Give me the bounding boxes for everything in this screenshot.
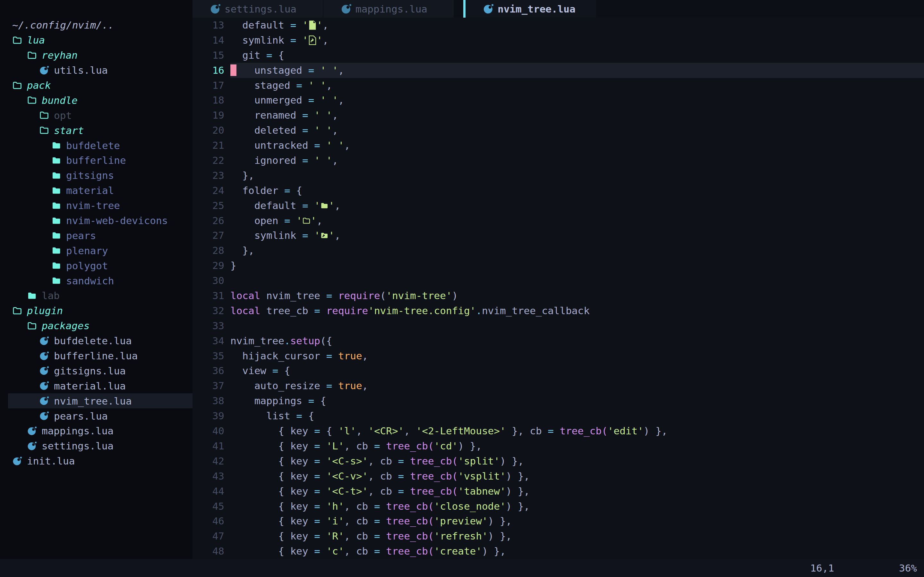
- code-line-42[interactable]: 42 { key = '<C-s>', cb = tree_cb('split'…: [192, 454, 924, 469]
- tree-item-plugin[interactable]: plugin: [0, 303, 192, 318]
- code-line-47[interactable]: 47 { key = 'R', cb = tree_cb('refresh') …: [192, 529, 924, 544]
- code-line-27[interactable]: 27 symlink = '',: [192, 228, 924, 243]
- tree-item-label: pack: [27, 79, 51, 91]
- tree-item-init-lua[interactable]: init.lua: [0, 454, 192, 469]
- tree-item-start[interactable]: start: [0, 123, 192, 138]
- code-line-15[interactable]: 15 git = {: [192, 48, 924, 63]
- editor-buffer[interactable]: 13 default = '',14 symlink = '',15 git =…: [192, 18, 924, 559]
- line-number: 40: [192, 424, 230, 438]
- code-line-30[interactable]: 30: [192, 273, 924, 288]
- tree-item-pears-lua[interactable]: pears.lua: [0, 408, 192, 424]
- code-line-28[interactable]: 28 },: [192, 243, 924, 258]
- tab-mappings-lua[interactable]: mappings.lua: [323, 0, 454, 18]
- tree-item-nvim-tree[interactable]: nvim-tree: [0, 198, 192, 213]
- code-token: 'edit': [607, 425, 644, 437]
- tree-item-gitsigns[interactable]: gitsigns: [0, 168, 192, 183]
- code-line-26[interactable]: 26 open = '',: [192, 213, 924, 228]
- code-token: =: [374, 545, 386, 557]
- tree-item-lua[interactable]: lua: [0, 33, 192, 48]
- tab-nvim_tree-lua[interactable]: nvim_tree.lua: [463, 0, 596, 18]
- tree-item-material-lua[interactable]: material.lua: [0, 378, 192, 393]
- line-text: list = {: [230, 408, 924, 424]
- code-line-44[interactable]: 44 { key = '<C-t>', cb = tree_cb('tabnew…: [192, 484, 924, 499]
- code-line-46[interactable]: 46 { key = 'i', cb = tree_cb('preview') …: [192, 514, 924, 529]
- tree-item-bufdelete-lua[interactable]: bufdelete.lua: [0, 334, 192, 348]
- code-line-19[interactable]: 19 renamed = ' ',: [192, 108, 924, 123]
- code-line-31[interactable]: 31local nvim_tree = require('nvim-tree'): [192, 288, 924, 303]
- code-line-41[interactable]: 41 { key = 'L', cb = tree_cb('cd') },: [192, 438, 924, 454]
- tree-item-label: bufdelete: [66, 140, 120, 151]
- line-text: git = {: [230, 48, 924, 63]
- tree-item-utils-lua[interactable]: utils.lua: [0, 63, 192, 78]
- tree-item-sandwich[interactable]: sandwich: [0, 273, 192, 288]
- code-token: ': [314, 200, 320, 211]
- code-line-22[interactable]: 22 ignored = ' ',: [192, 153, 924, 168]
- code-line-34[interactable]: 34nvim_tree.setup({: [192, 334, 924, 348]
- code-line-18[interactable]: 18 unmerged = ' ',: [192, 93, 924, 108]
- tree-item-gitsigns-lua[interactable]: gitsigns.lua: [0, 363, 192, 378]
- code-line-20[interactable]: 20 deleted = ' ',: [192, 123, 924, 138]
- tree-item-mappings-lua[interactable]: mappings.lua: [0, 424, 192, 438]
- code-token: =: [314, 305, 326, 316]
- tree-item-label: nvim_tree.lua: [54, 395, 132, 407]
- line-text: auto_resize = true,: [230, 378, 924, 393]
- line-number: 27: [192, 228, 230, 243]
- code-line-32[interactable]: 32local tree_cb = require'nvim-tree.conf…: [192, 303, 924, 318]
- code-line-33[interactable]: 33: [192, 318, 924, 334]
- code-line-36[interactable]: 36 view = {: [192, 363, 924, 378]
- code-token: 'i': [326, 515, 344, 527]
- code-line-21[interactable]: 21 untracked = ' ',: [192, 138, 924, 153]
- line-number: 46: [192, 514, 230, 529]
- tree-item-plenary[interactable]: plenary: [0, 243, 192, 258]
- tree-item-bundle[interactable]: bundle: [0, 93, 192, 108]
- code-token: (: [380, 290, 386, 301]
- line-number: 41: [192, 438, 230, 454]
- tree-item-label: mappings.lua: [42, 425, 113, 437]
- code-line-35[interactable]: 35 hijack_cursor = true,: [192, 348, 924, 364]
- code-line-39[interactable]: 39 list = {: [192, 408, 924, 424]
- code-line-29[interactable]: 29}: [192, 258, 924, 273]
- code-line-38[interactable]: 38 mappings = {: [192, 393, 924, 408]
- code-line-13[interactable]: 13 default = '',: [192, 18, 924, 33]
- tree-item-pack[interactable]: pack: [0, 78, 192, 93]
- code-token: list: [230, 410, 296, 422]
- code-token: cb: [356, 545, 374, 557]
- tab-settings-lua[interactable]: settings.lua: [192, 0, 323, 18]
- line-text: { key = 'R', cb = tree_cb('refresh') },: [230, 529, 924, 544]
- code-token: {: [230, 485, 290, 497]
- code-token: {: [230, 440, 290, 452]
- code-line-25[interactable]: 25 default = '',: [192, 198, 924, 213]
- code-line-23[interactable]: 23 },: [192, 168, 924, 183]
- code-line-37[interactable]: 37 auto_resize = true,: [192, 378, 924, 393]
- tree-item-pears[interactable]: pears: [0, 228, 192, 243]
- tree-item-bufferline[interactable]: bufferline: [0, 153, 192, 168]
- code-token: mappings: [230, 395, 309, 406]
- tree-item-packages[interactable]: packages: [0, 318, 192, 334]
- tree-item-reyhan[interactable]: reyhan: [0, 48, 192, 63]
- tree-item-bufdelete[interactable]: bufdelete: [0, 138, 192, 153]
- code-line-40[interactable]: 40 { key = { 'l', '<CR>', '<2-LeftMouse>…: [192, 424, 924, 438]
- code-line-45[interactable]: 45 { key = 'h', cb = tree_cb('close_node…: [192, 499, 924, 514]
- tree-item--config-nvim-[interactable]: ~/.config/nvim/..: [0, 18, 192, 33]
- tree-item-settings-lua[interactable]: settings.lua: [0, 438, 192, 454]
- code-token: =: [548, 425, 559, 437]
- tree-item-nvim-web-devicons[interactable]: nvim-web-devicons: [0, 213, 192, 228]
- lua-file-icon: [39, 336, 49, 346]
- code-token: cb: [380, 470, 398, 482]
- tree-item-material[interactable]: material: [0, 183, 192, 198]
- tree-item-polygot[interactable]: polygot: [0, 258, 192, 273]
- code-line-16[interactable]: 16 unstaged = ' ',: [192, 63, 924, 78]
- code-token: symlink: [230, 229, 302, 241]
- code-line-24[interactable]: 24 folder = {: [192, 183, 924, 198]
- tree-item-bufferline-lua[interactable]: bufferline.lua: [0, 348, 192, 364]
- line-text: staged = ' ',: [230, 78, 924, 93]
- folder-open-icon: [12, 306, 22, 316]
- code-token: {: [230, 515, 290, 527]
- tree-item-nvim_tree-lua[interactable]: nvim_tree.lua: [0, 393, 192, 408]
- tree-item-opt[interactable]: opt: [0, 108, 192, 123]
- code-line-14[interactable]: 14 symlink = '',: [192, 33, 924, 48]
- code-line-48[interactable]: 48 { key = 'c', cb = tree_cb('create') }…: [192, 544, 924, 559]
- code-line-17[interactable]: 17 staged = ' ',: [192, 78, 924, 93]
- tree-item-lab[interactable]: lab: [0, 288, 192, 303]
- code-line-43[interactable]: 43 { key = '<C-v>', cb = tree_cb('vsplit…: [192, 469, 924, 484]
